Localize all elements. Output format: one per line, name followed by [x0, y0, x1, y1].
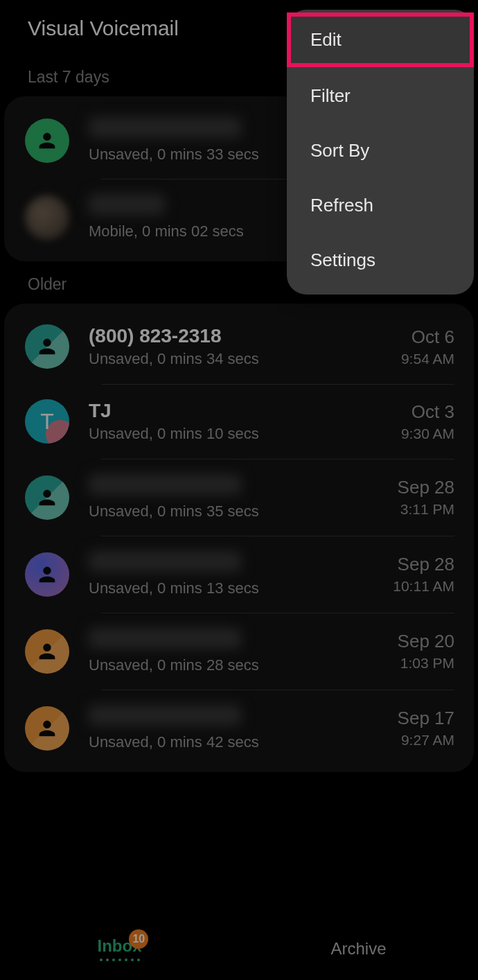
voicemail-subtitle: Unsaved, 0 mins 34 secs	[89, 350, 389, 368]
menu-settings[interactable]: Settings	[287, 233, 474, 288]
voicemail-title	[89, 628, 385, 654]
voicemail-time: 9:54 AM	[401, 351, 454, 367]
voicemail-row[interactable]: Unsaved, 0 mins 42 secs Sep 17 9:27 AM	[4, 690, 474, 767]
voicemail-subtitle: Unsaved, 0 mins 28 secs	[89, 656, 385, 674]
avatar	[25, 324, 69, 369]
voicemail-date: Sep 17	[398, 708, 454, 729]
voicemail-time: 9:27 AM	[398, 732, 454, 749]
voicemail-time: 3:11 PM	[398, 501, 454, 518]
person-icon	[35, 486, 59, 509]
voicemail-time: 10:11 AM	[393, 578, 454, 595]
voicemail-date: Oct 6	[401, 326, 454, 348]
menu-edit[interactable]: Edit	[287, 12, 474, 67]
person-icon	[35, 640, 59, 663]
voicemail-subtitle: Unsaved, 0 mins 35 secs	[89, 502, 385, 520]
nav-archive[interactable]: Archive	[239, 939, 478, 959]
menu-filter[interactable]: Filter	[287, 69, 474, 123]
voicemail-row[interactable]: Unsaved, 0 mins 28 secs Sep 20 1:03 PM	[4, 613, 474, 690]
voicemail-title	[89, 705, 385, 730]
avatar	[25, 629, 69, 674]
voicemail-row[interactable]: Unsaved, 0 mins 35 secs Sep 28 3:11 PM	[4, 459, 474, 536]
voicemail-subtitle: Unsaved, 0 mins 10 secs	[89, 425, 389, 443]
voicemail-title	[89, 551, 380, 577]
nav-inbox[interactable]: Inbox 10	[0, 936, 239, 961]
avatar	[25, 195, 69, 240]
voicemail-date: Sep 20	[398, 631, 454, 652]
overflow-menu: Edit Filter Sort By Refresh Settings	[287, 10, 474, 295]
person-icon	[35, 129, 59, 152]
avatar: T	[25, 399, 69, 444]
voicemail-time: 9:30 AM	[401, 426, 454, 442]
avatar	[25, 475, 69, 520]
avatar	[25, 119, 69, 163]
nav-inbox-badge: 10	[129, 929, 148, 949]
voicemail-row[interactable]: (800) 823-2318 Unsaved, 0 mins 34 secs O…	[4, 309, 474, 384]
voicemail-title	[89, 474, 385, 500]
nav-archive-label: Archive	[330, 939, 386, 958]
avatar	[25, 706, 69, 751]
voicemail-time: 1:03 PM	[398, 655, 454, 672]
older-card: (800) 823-2318 Unsaved, 0 mins 34 secs O…	[4, 304, 474, 772]
voicemail-row[interactable]: T TJ Unsaved, 0 mins 10 secs Oct 3 9:30 …	[4, 384, 474, 459]
voicemail-subtitle: Unsaved, 0 mins 42 secs	[89, 733, 385, 751]
menu-refresh[interactable]: Refresh	[287, 178, 474, 233]
voicemail-date: Oct 3	[401, 401, 454, 423]
voicemail-title: TJ	[89, 400, 389, 422]
avatar	[25, 552, 69, 597]
menu-sort-by[interactable]: Sort By	[287, 123, 474, 178]
bottom-nav: Inbox 10 Archive	[0, 918, 478, 980]
person-icon	[35, 717, 59, 740]
voicemail-date: Sep 28	[393, 554, 454, 575]
voicemail-subtitle: Unsaved, 0 mins 13 secs	[89, 579, 380, 597]
voicemail-date: Sep 28	[398, 477, 454, 498]
person-icon	[35, 563, 59, 586]
voicemail-title: (800) 823-2318	[89, 325, 389, 347]
voicemail-row[interactable]: Unsaved, 0 mins 13 secs Sep 28 10:11 AM	[4, 536, 474, 613]
person-icon	[35, 335, 59, 358]
avatar-letter: T	[40, 409, 54, 435]
